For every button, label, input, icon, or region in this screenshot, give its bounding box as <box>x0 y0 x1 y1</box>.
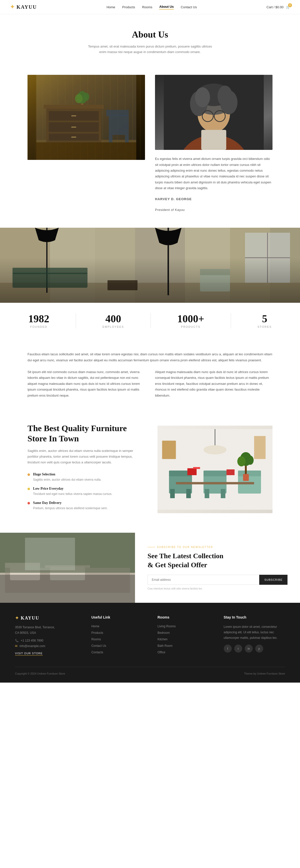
footer-room-bathroom[interactable]: Bath Room <box>158 644 172 648</box>
svg-rect-31 <box>201 130 226 150</box>
newsletter-form: SUBSCRIBE <box>147 575 288 585</box>
phone-icon: 📞 <box>15 639 19 642</box>
stats-bar: 1982 FOUNDED 400 EMPLOYEES 1000+ PRODUCT… <box>0 303 300 339</box>
feature-content-2: Low Price Everyday Tincidunt sed eget nu… <box>33 487 112 496</box>
stat-products-number: 1000+ <box>177 313 204 325</box>
feature-title-2: Low Price Everyday <box>33 487 112 491</box>
about-hero-section: About Us Tempus amet, sit erat malesuada… <box>0 14 300 65</box>
about-right-col: Eu egestas felis et viverra amet dictum … <box>155 75 272 218</box>
stat-founded-label: FOUNDED <box>30 325 47 328</box>
social-linkedin[interactable]: in <box>245 645 253 653</box>
footer-link-home[interactable]: Home <box>91 624 99 628</box>
svg-rect-17 <box>36 75 136 143</box>
svg-rect-85 <box>0 533 135 603</box>
visit-store-link[interactable]: VISIT OUR STORE <box>15 652 43 656</box>
stat-employees-label: EMPLOYEES <box>102 325 124 328</box>
feature-low-price: Low Price Everyday Tincidunt sed eget nu… <box>28 487 142 496</box>
quality-title: The Best Quality Furniture Store In Town <box>28 423 142 444</box>
svg-rect-0 <box>36 140 136 160</box>
quality-section: The Best Quality Furniture Store In Town… <box>0 411 300 528</box>
about-left-col <box>28 75 145 160</box>
person-name: HARVEY D. GEORGE <box>155 196 272 202</box>
site-logo[interactable]: ✦ KAYUU <box>10 4 37 10</box>
svg-rect-56 <box>186 489 191 498</box>
feature-title-3: Same Day Delivery <box>33 501 108 505</box>
svg-rect-61 <box>238 475 261 494</box>
person-image <box>155 75 272 150</box>
site-header: ✦ KAYUU Home Products Rooms About Us Con… <box>0 0 300 14</box>
bio-text: Eu egestas felis et viverra amet dictum … <box>155 156 272 191</box>
svg-rect-43 <box>12 273 88 288</box>
footer-email-address: info@example.com <box>20 644 45 648</box>
subscribe-button[interactable]: SUBSCRIBE <box>259 575 288 585</box>
footer-logo-text: KAYUU <box>21 616 39 621</box>
feature-content-3: Same Day Delivery Pretium, tempus ultric… <box>33 501 108 511</box>
footer-room-kitchen[interactable]: Kitchen <box>158 638 167 641</box>
feature-dot-3 <box>28 502 30 504</box>
newsletter-image <box>0 533 135 603</box>
stat-stores: 5 STORES <box>258 313 272 329</box>
social-icons: f t in p <box>224 645 285 653</box>
footer-logo-icon: ✦ <box>15 615 19 621</box>
nav-home[interactable]: Home <box>106 5 115 9</box>
svg-rect-55 <box>170 489 175 498</box>
stat-divider-1 <box>76 313 76 328</box>
svg-rect-70 <box>243 474 249 481</box>
feature-delivery: Same Day Delivery Pretium, tempus ultric… <box>28 501 142 511</box>
nav-about[interactable]: About Us <box>159 5 174 9</box>
svg-point-68 <box>237 456 245 466</box>
stat-stores-number: 5 <box>258 313 272 325</box>
about-title: About Us <box>10 29 290 40</box>
footer-link-contacts[interactable]: Contacts <box>91 651 103 654</box>
footer-stay-description: Lorem ipsum dolor sit amet, consectetur … <box>224 624 285 641</box>
svg-rect-59 <box>205 489 209 498</box>
cart-button[interactable]: Cart / $0.00 🛒 0 <box>267 5 290 9</box>
footer-room-living[interactable]: Living Rooms <box>158 624 176 628</box>
stat-products-label: PRODUCTS <box>181 325 200 328</box>
feature-list: Huge Selection Sagittis enim, auctor ult… <box>28 472 142 511</box>
svg-rect-44 <box>12 268 88 274</box>
footer-link-products[interactable]: Products <box>91 631 103 634</box>
about-description: Tempus amet, sit erat malesuada lorem pu… <box>88 44 212 55</box>
intro-text: Faucibus etiam lacus sollicitudin sed am… <box>28 351 272 363</box>
footer-top: ✦ KAYUU 3539 Torrance Blvd, Torrance,CA … <box>15 615 285 657</box>
newsletter-disclaimer: Cras interdum lectus velit odio viverra … <box>147 587 288 590</box>
person-info: HARVEY D. GEORGE President of Kayuu <box>155 196 272 213</box>
svg-rect-73 <box>188 468 197 475</box>
stat-divider-2 <box>151 313 151 328</box>
svg-point-27 <box>218 86 233 106</box>
footer-link-contact[interactable]: Contact Us <box>91 644 106 648</box>
furniture-showcase-image <box>158 426 272 513</box>
footer-phone: 📞 +1 123 456 7890 <box>15 639 76 642</box>
svg-rect-47 <box>200 269 230 275</box>
text-col-left: Sit ipsum elit nisl commodo cursus diam … <box>28 369 145 398</box>
social-pinterest[interactable]: p <box>255 645 263 653</box>
feature-desc-1: Sagittis enim, auctor ultrices dui etiam… <box>33 477 101 482</box>
about-content-section: Eu egestas felis et viverra amet dictum … <box>0 65 300 228</box>
svg-rect-63 <box>176 482 254 484</box>
cart-label: Cart / $0.00 <box>267 5 284 9</box>
footer-room-bedroom[interactable]: Bedroom <box>158 631 170 634</box>
text-col-right: Aliquet magna malesuada diam nunc quis d… <box>155 369 272 398</box>
nav-rooms[interactable]: Rooms <box>142 5 152 9</box>
newsletter-section: SUBSCRIBE TO OUR NEWSLETTER See The Late… <box>0 533 300 603</box>
nav-products[interactable]: Products <box>122 5 135 9</box>
svg-rect-72 <box>254 436 266 459</box>
social-facebook[interactable]: f <box>224 645 232 653</box>
newsletter-content: SUBSCRIBE TO OUR NEWSLETTER See The Late… <box>135 533 300 603</box>
svg-rect-46 <box>200 274 230 291</box>
email-input[interactable] <box>147 575 259 585</box>
nav-contact[interactable]: Contact Us <box>181 5 197 9</box>
footer-brand: ✦ KAYUU 3539 Torrance Blvd, Torrance,CA … <box>15 615 76 657</box>
footer-logo: ✦ KAYUU <box>15 615 76 621</box>
footer-room-office[interactable]: Office <box>158 651 165 654</box>
feature-desc-3: Pretium, tempus ultrices lacus eleifend … <box>33 506 108 511</box>
footer-bottom: Copyright © 2024 Unitree Furniture Store… <box>15 667 285 675</box>
social-twitter[interactable]: t <box>234 645 242 653</box>
text-section: Faucibus etiam lacus sollicitudin sed am… <box>0 339 300 411</box>
footer-link-rooms[interactable]: Rooms <box>91 638 101 641</box>
stat-products: 1000+ PRODUCTS <box>177 313 204 329</box>
svg-rect-77 <box>0 573 135 603</box>
stat-divider-3 <box>231 313 231 328</box>
footer-stay-in-touch: Stay In Touch Lorem ipsum dolor sit amet… <box>224 615 285 657</box>
